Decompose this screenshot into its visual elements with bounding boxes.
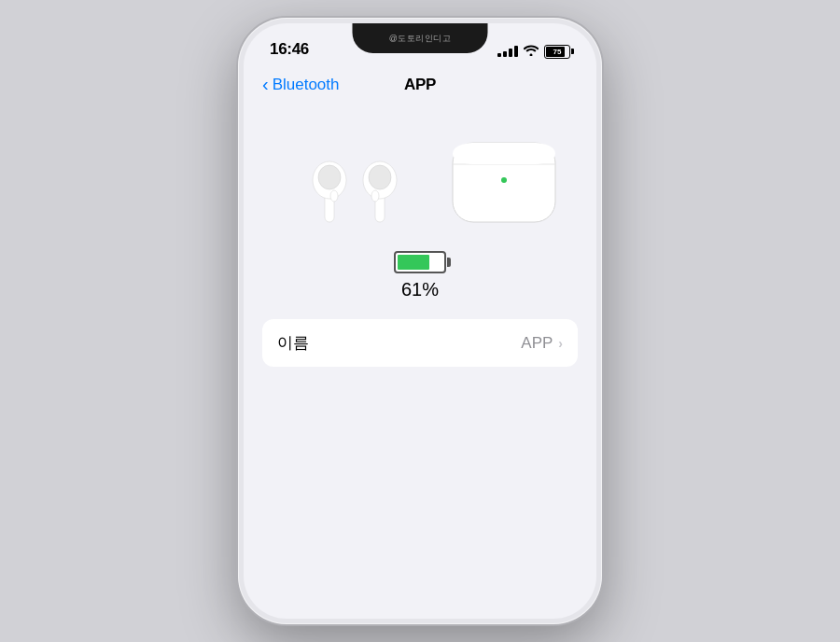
status-icons: 75 [497,44,570,59]
battery-display: 61% [394,251,446,300]
airpods-case-image [448,129,560,231]
back-button[interactable]: ‹ Bluetooth [262,75,340,95]
svg-point-3 [330,190,338,202]
battery-fill [398,255,429,270]
svg-point-6 [369,165,391,189]
name-label: 이름 [277,332,309,354]
wifi-icon [524,44,539,59]
chevron-right-icon: › [558,336,563,351]
settings-list: 이름 APP › [262,319,578,367]
status-time: 16:46 [270,40,309,59]
notch: @도토리인디고 [353,23,488,53]
battery-percentage: 61% [401,279,439,300]
watermark: @도토리인디고 [389,33,452,45]
battery-indicator [394,251,446,273]
svg-point-7 [371,190,379,202]
battery-icon: 75 [544,45,570,59]
svg-point-11 [501,177,507,183]
svg-rect-10 [453,143,555,164]
name-row[interactable]: 이름 APP › [262,319,578,367]
name-value-row: APP › [521,334,563,353]
back-label: Bluetooth [273,76,340,94]
page-title: APP [404,76,436,94]
name-value: APP [521,334,553,353]
airpods-image [280,124,429,236]
phone-frame: @도토리인디고 16:46 [238,18,602,624]
back-chevron-icon: ‹ [262,74,269,95]
nav-bar: ‹ Bluetooth APP [244,64,596,105]
svg-point-2 [318,165,341,189]
main-content: 61% 이름 APP › [244,105,596,619]
phone-screen: @도토리인디고 16:46 [244,23,596,619]
airpods-area [262,124,578,236]
signal-bars-icon [497,46,518,57]
battery-level: 75 [553,48,562,56]
